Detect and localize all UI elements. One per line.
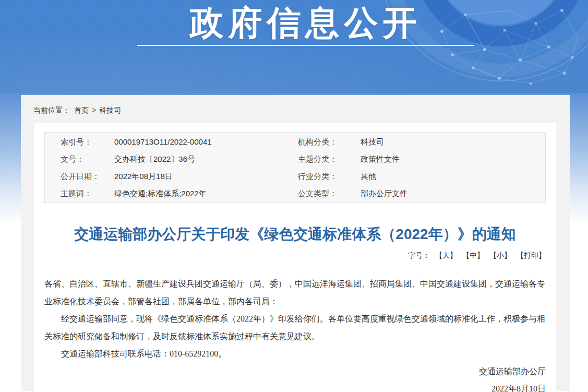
- meta-row: 索引号： 000019713O11/2022-00041 机构分类： 科技司: [61, 133, 545, 150]
- meta-label: 主题分类：: [298, 150, 361, 168]
- document-title: 交通运输部办公厅关于印发《绿色交通标准体系（2022年）》的通知: [44, 224, 546, 244]
- breadcrumb-separator: >: [92, 106, 96, 114]
- meta-label: 索引号：: [61, 133, 114, 150]
- font-medium-button[interactable]: 【中】: [462, 251, 484, 259]
- paragraph-main: 经交通运输部同意，现将《绿色交通标准体系（2022年）》印发给你们。各单位要高度…: [44, 310, 546, 345]
- meta-label: 公文类型：: [298, 185, 361, 202]
- meta-row: 文号： 交办科技〔2022〕36号 主题分类： 政策性文件: [61, 150, 545, 168]
- meta-value: 交办科技〔2022〕36号: [114, 150, 298, 168]
- meta-row: 公开日期： 2022年08月18日 行业分类： 其他: [61, 168, 545, 185]
- paragraph-contact: 交通运输部科技司联系电话：010-65292100。: [44, 345, 546, 363]
- metadata-table: 索引号： 000019713O11/2022-00041 机构分类： 科技司 文…: [44, 132, 546, 203]
- document-panel: 索引号： 000019713O11/2022-00041 机构分类： 科技司 文…: [34, 123, 556, 391]
- meta-label: 主题词：: [61, 185, 114, 202]
- page: 政府信息公开 当前位置：首页>科技司 索引号： 000019713O11/202…: [0, 0, 588, 391]
- meta-value: 2022年08月18日: [114, 168, 298, 185]
- meta-value: 政策性文件: [361, 150, 545, 168]
- header-underline: [137, 45, 474, 46]
- meta-value: 绿色交通;标准体系;2022年: [114, 185, 298, 202]
- page-header: 政府信息公开: [0, 0, 588, 93]
- font-size-controls: 字号：【大】【中】【小】【打印】: [44, 251, 546, 260]
- site-title: 政府信息公开: [11, 4, 588, 42]
- meta-value: 000019713O11/2022-00041: [114, 133, 298, 150]
- font-small-button[interactable]: 【小】: [489, 251, 511, 259]
- breadcrumb: 当前位置：首页>科技司: [21, 95, 570, 123]
- meta-label: 文号：: [61, 150, 114, 168]
- paragraph-salutation: 各省、自治区、直辖市、新疆生产建设兵团交通运输厅（局、委），中国远洋海运集团、招…: [44, 275, 546, 310]
- meta-value: 部办公厅文件: [361, 185, 545, 202]
- header-inner: 政府信息公开: [11, 4, 588, 46]
- meta-label: 公开日期：: [61, 168, 114, 185]
- font-size-label: 字号：: [408, 251, 430, 259]
- content-wrapper: 当前位置：首页>科技司 索引号： 000019713O11/2022-00041…: [21, 95, 570, 391]
- divider: [44, 267, 546, 267]
- document-body: 各省、自治区、直辖市、新疆生产建设兵团交通运输厅（局、委），中国远洋海运集团、招…: [44, 275, 546, 392]
- font-large-button[interactable]: 【大】: [435, 251, 457, 259]
- meta-row: 主题词： 绿色交通;标准体系;2022年 公文类型： 部办公厅文件: [61, 185, 545, 202]
- meta-label: 机构分类：: [298, 133, 361, 150]
- meta-value: 科技司: [361, 133, 545, 150]
- print-button[interactable]: 【打印】: [517, 251, 546, 259]
- meta-label: 行业分类：: [298, 168, 361, 185]
- signature-date: 2022年8月10日: [44, 380, 546, 392]
- breadcrumb-home-link[interactable]: 首页: [74, 106, 89, 114]
- signature: 交通运输部办公厅: [44, 363, 546, 381]
- meta-value: 其他: [361, 168, 545, 185]
- breadcrumb-label: 当前位置：: [33, 106, 70, 114]
- breadcrumb-section-link[interactable]: 科技司: [99, 106, 121, 114]
